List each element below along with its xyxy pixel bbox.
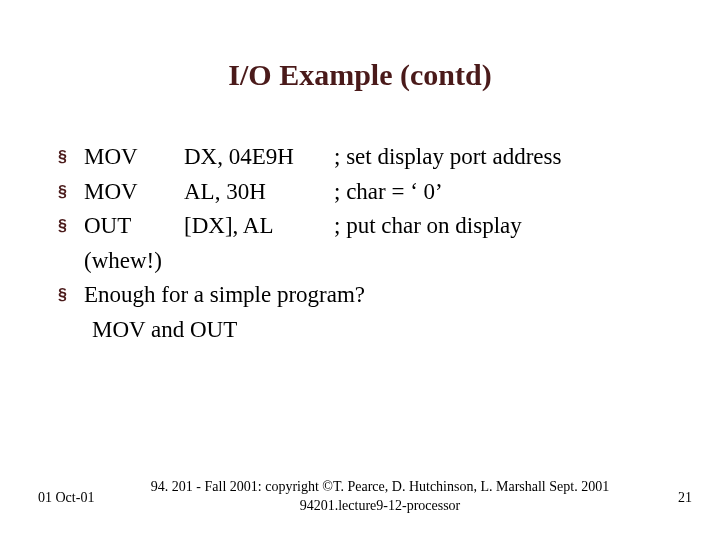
instr-col: MOV xyxy=(84,140,184,175)
footer-center: 94. 201 - Fall 2001: copyright ©T. Pearc… xyxy=(120,478,640,516)
instr-col: MOV xyxy=(84,175,184,210)
bullet-icon: § xyxy=(58,140,84,174)
args-col: [DX], AL xyxy=(184,209,334,244)
continuation-line-1: (whew!) xyxy=(84,244,678,279)
comment-col: ; char = ‘ 0’ xyxy=(334,175,443,210)
bullet-item-3: § OUT[DX], AL; put char on display xyxy=(58,209,678,244)
slide-body: § MOVDX, 04E9H; set display port address… xyxy=(58,140,678,347)
bullet-icon: § xyxy=(58,278,84,312)
footer-date: 01 Oct-01 xyxy=(38,490,94,506)
slide: I/O Example (contd) § MOVDX, 04E9H; set … xyxy=(0,0,720,540)
bullet-text: MOVAL, 30H; char = ‘ 0’ xyxy=(84,175,443,210)
bullet-item-1: § MOVDX, 04E9H; set display port address xyxy=(58,140,678,175)
footer-filename: 94201.lecture9-12-processor xyxy=(120,497,640,516)
comment-col: ; put char on display xyxy=(334,209,522,244)
bullet-icon: § xyxy=(58,209,84,243)
footer-pagenum: 21 xyxy=(678,490,692,506)
comment-col: ; set display port address xyxy=(334,140,561,175)
args-col: DX, 04E9H xyxy=(184,140,334,175)
footer-copyright: 94. 201 - Fall 2001: copyright ©T. Pearc… xyxy=(120,478,640,497)
args-col: AL, 30H xyxy=(184,175,334,210)
bullet-text: MOVDX, 04E9H; set display port address xyxy=(84,140,561,175)
bullet-item-4: § Enough for a simple program? xyxy=(58,278,678,313)
bullet-text: OUT[DX], AL; put char on display xyxy=(84,209,522,244)
bullet-icon: § xyxy=(58,175,84,209)
instr-col: OUT xyxy=(84,209,184,244)
continuation-line-2: MOV and OUT xyxy=(92,313,678,348)
bullet-text: Enough for a simple program? xyxy=(84,278,365,313)
bullet-item-2: § MOVAL, 30H; char = ‘ 0’ xyxy=(58,175,678,210)
slide-title: I/O Example (contd) xyxy=(0,58,720,92)
